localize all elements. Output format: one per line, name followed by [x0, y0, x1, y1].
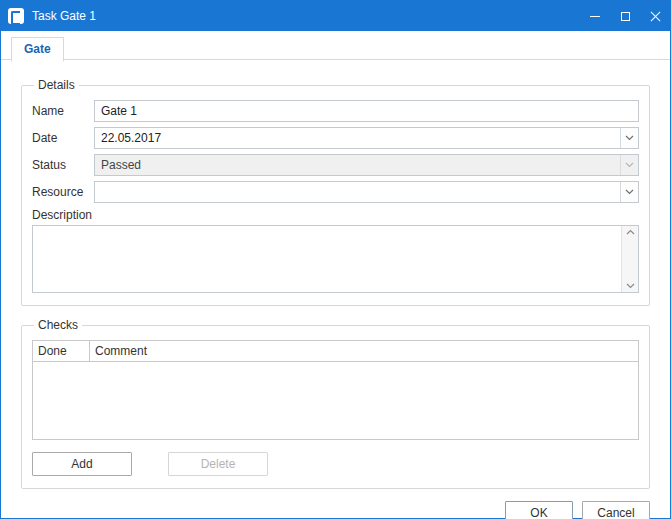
- ok-button[interactable]: OK: [505, 501, 573, 519]
- resource-label: Resource: [32, 185, 94, 199]
- date-dropdown-button[interactable]: [620, 128, 638, 148]
- date-label: Date: [32, 131, 94, 145]
- titlebar[interactable]: Task Gate 1: [1, 1, 670, 31]
- maximize-button[interactable]: [610, 1, 640, 31]
- close-icon: [650, 11, 661, 22]
- close-button[interactable]: [640, 1, 670, 31]
- status-dropdown-button: [620, 155, 638, 175]
- checks-table-body[interactable]: [33, 362, 638, 439]
- resource-combobox[interactable]: [94, 181, 639, 203]
- description-value: [33, 226, 638, 230]
- status-combobox: Passed: [94, 154, 639, 176]
- tab-gate[interactable]: Gate: [11, 37, 64, 62]
- dialog-footer: OK Cancel: [21, 501, 650, 519]
- scroll-down-icon[interactable]: [626, 283, 635, 289]
- window-title: Task Gate 1: [32, 9, 96, 23]
- scroll-up-icon[interactable]: [626, 229, 635, 235]
- date-value: 22.05.2017: [95, 131, 620, 145]
- date-combobox[interactable]: 22.05.2017: [94, 127, 639, 149]
- resource-dropdown-button[interactable]: [620, 182, 638, 202]
- checks-legend: Checks: [34, 318, 82, 332]
- name-label: Name: [32, 104, 94, 118]
- description-label: Description: [32, 208, 639, 222]
- tab-strip: Gate: [1, 31, 670, 59]
- description-scrollbar[interactable]: [621, 226, 638, 292]
- maximize-icon: [621, 12, 630, 21]
- column-header-done[interactable]: Done: [33, 341, 90, 361]
- chevron-down-icon: [625, 162, 634, 168]
- status-row: Status Passed: [32, 154, 639, 176]
- resource-row: Resource: [32, 181, 639, 203]
- add-button[interactable]: Add: [32, 452, 132, 476]
- delete-button: Delete: [168, 452, 268, 476]
- dialog-window: Task Gate 1 Gate Details Name: [0, 0, 671, 519]
- checks-buttons: Add Delete: [32, 452, 639, 476]
- details-legend: Details: [34, 78, 79, 92]
- chevron-down-icon: [625, 135, 634, 141]
- minimize-icon: [590, 16, 600, 17]
- chevron-down-icon: [625, 189, 634, 195]
- name-input[interactable]: [94, 100, 639, 122]
- description-textarea[interactable]: [32, 225, 639, 293]
- cancel-button[interactable]: Cancel: [582, 501, 650, 519]
- window-controls: [580, 1, 670, 31]
- app-icon: [8, 8, 24, 24]
- status-value: Passed: [95, 158, 620, 172]
- name-row: Name: [32, 100, 639, 122]
- status-label: Status: [32, 158, 94, 172]
- details-group: Details Name Date 22.05.2017: [21, 78, 650, 306]
- date-row: Date 22.05.2017: [32, 127, 639, 149]
- tab-page-gate: Details Name Date 22.05.2017: [1, 59, 670, 519]
- checks-table[interactable]: Done Comment: [32, 340, 639, 440]
- minimize-button[interactable]: [580, 1, 610, 31]
- checks-table-header: Done Comment: [33, 341, 638, 362]
- column-header-comment[interactable]: Comment: [90, 341, 638, 361]
- checks-group: Checks Done Comment Add Delete: [21, 318, 650, 489]
